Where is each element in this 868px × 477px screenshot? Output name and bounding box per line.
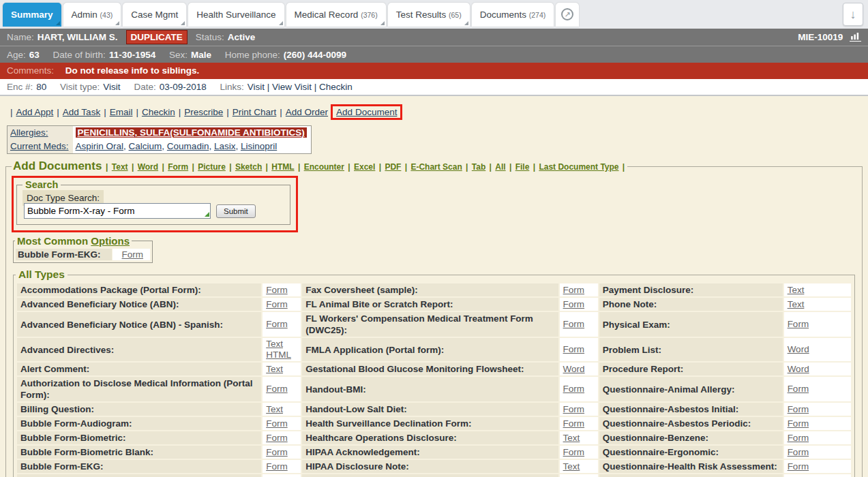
doc-link-form[interactable]: Form [563,319,585,329]
doc-link-form[interactable]: Form [266,433,288,443]
doc-link-form[interactable]: Form [122,249,144,260]
doc-link-form[interactable]: Form [266,319,288,329]
bar-chart-icon[interactable] [850,33,861,42]
doc-link-form[interactable]: Form [788,418,809,429]
tab-admin[interactable]: Admin (43) [63,3,121,27]
allergies-link[interactable]: Allergies: [10,127,48,138]
typelink-excel[interactable]: Excel [354,162,375,172]
doc-link-cell: Form [784,474,851,477]
med-link-calcium[interactable]: Calcium [129,141,162,151]
doc-link-form[interactable]: Form [563,285,585,295]
doc-link-form[interactable]: Form [266,299,288,309]
doc-link-form[interactable]: Form [563,384,585,394]
typelink-text[interactable]: Text [112,162,128,172]
med-link-lisinopril[interactable]: Lisinopril [241,141,277,151]
action-link-print-chart[interactable]: Print Chart [233,107,277,117]
dob-value: 11-30-1954 [109,50,155,60]
doc-type-label: Procedure Report: [599,363,783,375]
doc-link-text[interactable]: Text [266,364,283,374]
typelink-pdf[interactable]: PDF [385,162,401,172]
typelink-separator: | [507,162,514,172]
typelink-picture[interactable]: Picture [198,162,226,172]
typelink-form[interactable]: Form [168,162,188,172]
doc-link-word[interactable]: Word [788,344,809,354]
doc-link-form[interactable]: Form [266,461,288,472]
enc-link-separator: | [265,82,272,92]
doc-link-form[interactable]: Form [788,433,809,443]
doc-type-label: Physical Exam: [599,312,783,337]
comments-label: Comments: [7,65,54,76]
typelink-last-document-type[interactable]: Last Document Type [539,162,618,172]
doc-type-search-input[interactable] [24,203,211,219]
doc-link-form[interactable]: Form [788,447,809,457]
tab-summary[interactable]: Summary [3,3,61,27]
encounter-link-visit[interactable]: Visit [248,82,265,92]
doc-link-form[interactable]: Form [266,384,288,394]
doc-type-label: ID Card: [302,474,558,477]
doc-link-text[interactable]: Text [788,285,805,295]
doc-link-form[interactable]: Form [266,447,288,457]
action-link-checkin[interactable]: Checkin [142,107,175,117]
doc-link-cell: Form [263,417,301,430]
action-link-email[interactable]: Email [110,107,133,117]
doc-link-form[interactable]: Form [563,447,585,457]
doc-link-form[interactable]: Form [563,344,585,354]
documents-external-tab[interactable]: ↗ [556,3,579,27]
tab-test-results[interactable]: Test Results (65) [388,3,470,27]
tab-documents[interactable]: Documents (274) [472,3,554,27]
doc-link-text[interactable]: Text [563,461,580,472]
doc-link-cell: Form [263,431,301,444]
tab-health-surveillance[interactable]: Health Surveillance [188,3,284,27]
doc-link-text[interactable]: Text [788,299,805,309]
doc-link-text[interactable]: Text [266,404,283,414]
doc-type-label: Fax Coversheet (sample): [302,283,558,296]
add-documents-title: Add Documents [13,159,102,172]
doc-link-cell: Form [560,338,598,361]
doc-link-form[interactable]: Form [788,319,809,329]
med-link-aspirin-oral[interactable]: Aspirin Oral [76,141,124,151]
typelink-all[interactable]: All [495,162,505,172]
doc-link-form[interactable]: Form [266,285,288,295]
encounter-link-view-visit[interactable]: View Visit [272,82,312,92]
doc-link-cell: Scan [560,474,598,477]
action-link-add-appt[interactable]: Add Appt [16,107,54,117]
typelink-word[interactable]: Word [138,162,158,172]
typelink-encounter[interactable]: Encounter [304,162,344,172]
typelink-sketch[interactable]: Sketch [235,162,262,172]
doc-link-form[interactable]: Form [788,461,809,472]
current-meds-link[interactable]: Current Meds: [10,141,69,151]
action-link-add-order[interactable]: Add Order [286,107,328,117]
tab-case-mgmt[interactable]: Case Mgmt [123,3,186,27]
submit-button[interactable]: Submit [216,204,256,218]
date-label: Date: [134,82,155,92]
typelink-html[interactable]: HTML [271,162,294,172]
options-link[interactable]: Options [91,235,130,247]
doc-link-word[interactable]: Word [788,364,809,374]
duplicate-badge[interactable]: DUPLICATE [126,30,188,44]
download-button[interactable]: ↓ [843,3,863,26]
doc-link-form[interactable]: Form [563,404,585,414]
doc-link-form[interactable]: Form [788,384,809,394]
action-link-add-document[interactable]: Add Document [336,107,397,117]
tab-medical-record[interactable]: Medical Record (376) [286,3,386,27]
doc-link-text[interactable]: Text [266,339,283,349]
doc-link-form[interactable]: Form [563,299,585,309]
typelink-e-chart-scan[interactable]: E-Chart Scan [410,162,462,172]
doc-link-form[interactable]: Form [563,418,585,429]
action-link-prescribe[interactable]: Prescribe [184,107,223,117]
doc-link-html[interactable]: HTML [266,350,291,360]
med-link-lasix[interactable]: Lasix [214,141,236,151]
typelink-separator: | [296,162,303,172]
allergy-value[interactable]: PENICILLINS, SULFA(SULFONAMIDE ANTIBIOTI… [76,127,307,138]
doc-link-form[interactable]: Form [788,404,809,414]
doc-link-cell: Text [263,403,301,416]
typelink-file[interactable]: File [515,162,530,172]
doc-link-form[interactable]: Form [266,418,288,429]
action-link-add-task[interactable]: Add Task [63,107,100,117]
med-link-coumadin[interactable]: Coumadin [167,141,209,151]
doc-link-word[interactable]: Word [563,364,585,374]
doc-link-text[interactable]: Text [563,433,580,443]
encounter-link-checkin[interactable]: Checkin [319,82,353,92]
typelink-tab[interactable]: Tab [472,162,485,172]
typelink-separator: | [130,162,136,172]
